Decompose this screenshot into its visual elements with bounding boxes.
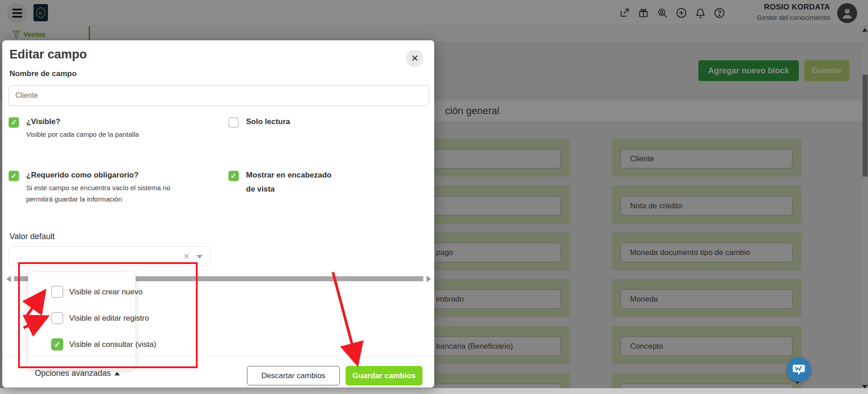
modal-hscroll-right-icon[interactable] xyxy=(427,276,431,282)
visibility-options-panel: Visible al crear nuevo Visible al editar… xyxy=(28,272,136,370)
edit-field-modal: ✕ Editar campo Nombre de campo ¿Visible?… xyxy=(2,40,434,388)
required-label: ¿Requerido como obligarorio? xyxy=(26,171,171,180)
modal-hscroll-left-icon[interactable] xyxy=(6,276,11,282)
show-in-header-checkbox[interactable] xyxy=(228,171,239,181)
required-sublabel-1: Si este campo se encuentra vacío el sist… xyxy=(26,184,171,192)
readonly-checkbox[interactable] xyxy=(228,117,239,128)
chat-bubble-icon xyxy=(792,363,806,376)
default-value-select[interactable]: ✕ xyxy=(9,246,210,266)
advanced-options-toggle[interactable]: Opciones avanzadas xyxy=(35,369,120,378)
save-changes-button[interactable]: Guardar cambios xyxy=(346,366,422,385)
show-in-header-label-1: Mostrar en encabezado xyxy=(246,171,332,180)
visible-label: ¿Visible? xyxy=(26,117,139,126)
chat-widget-button[interactable] xyxy=(787,357,811,382)
discard-changes-button[interactable]: Descartar cambios xyxy=(247,366,340,385)
clear-icon[interactable]: ✕ xyxy=(183,251,190,261)
chevron-up-icon xyxy=(114,372,120,375)
show-in-header-label-2: de vista xyxy=(246,185,332,194)
screen: K ROSIO KORDATA Gestor del conocimiento xyxy=(0,0,868,394)
visible-sublabel: Visible por cada campo de la pantalla xyxy=(26,130,139,138)
option-visible-crear[interactable]: Visible al crear nuevo xyxy=(51,286,142,298)
field-name-label: Nombre de campo xyxy=(9,69,76,78)
required-checkbox[interactable] xyxy=(9,171,19,181)
default-value-label: Valor default xyxy=(9,232,55,241)
close-icon[interactable]: ✕ xyxy=(406,50,423,67)
option-visible-consultar[interactable]: Visible al consultar (vista) xyxy=(51,338,156,351)
visible-crear-checkbox[interactable] xyxy=(51,286,63,298)
required-sublabel-2: permitirá guardar la información xyxy=(26,195,171,203)
chevron-down-icon xyxy=(196,255,203,259)
readonly-label: Solo lectura xyxy=(246,117,290,126)
field-name-input[interactable] xyxy=(9,85,429,106)
option-visible-editar[interactable]: Visible al editar registro xyxy=(51,312,149,324)
visible-editar-checkbox[interactable] xyxy=(51,312,63,324)
page-horizontal-scrollbar[interactable] xyxy=(0,388,868,394)
visible-checkbox[interactable] xyxy=(9,117,19,128)
modal-footer-divider xyxy=(2,356,434,357)
modal-title: Editar campo xyxy=(9,48,87,62)
visible-consultar-checkbox[interactable] xyxy=(51,338,63,351)
